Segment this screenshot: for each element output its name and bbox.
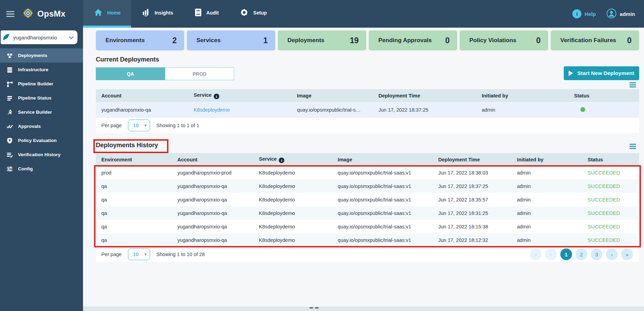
per-page-label: Per page: [101, 252, 122, 257]
col-account: Account: [172, 153, 254, 166]
sidebar-item-pipeline-status[interactable]: Pipeline Status: [0, 91, 83, 105]
environment-tabs-row: QA PROD Start New Deployment: [96, 66, 639, 80]
sidebar-item-pipeline-builder[interactable]: Pipeline Builder: [0, 77, 83, 91]
page-prev-button[interactable]: ‹: [545, 248, 557, 260]
sidebar-item-label: Approvals: [18, 124, 41, 129]
col-environment: Environment: [96, 153, 172, 166]
sidebar-item-deployments[interactable]: Deployments: [0, 48, 83, 63]
account-selector[interactable]: yugandharopsmxio: [1, 30, 77, 44]
pager: « ‹ 1 2 3 › »: [530, 248, 639, 260]
col-status: Status: [582, 153, 639, 166]
cell-initiated-by: admin: [512, 233, 582, 247]
cell-deployment-time: Jun 17, 2022 18:37:25: [373, 102, 476, 118]
card-verification-failures[interactable]: Verification Failures 0: [551, 30, 639, 50]
service-info-icon[interactable]: i: [214, 94, 219, 99]
page-2-button[interactable]: 2: [576, 248, 587, 260]
cell-service: K8sdeploydemo: [254, 206, 332, 220]
pipeline-status-icon: [6, 95, 13, 102]
help-button[interactable]: i Help: [572, 9, 596, 18]
page-next-button[interactable]: ›: [606, 248, 618, 260]
deployments-icon: [6, 52, 13, 59]
sidebar-item-service-builder[interactable]: Service Builder: [0, 105, 83, 119]
card-value: 19: [350, 36, 359, 45]
cell-status: SUCCEEDED: [582, 220, 639, 233]
card-pending-approvals[interactable]: Pending Approvals 0: [369, 30, 457, 50]
card-policy-violations[interactable]: Policy Violations 0: [460, 30, 548, 50]
table-row: qa yugandharopsmxio-qa K8sdeploydemo qua…: [96, 193, 639, 206]
table-row: qa yugandharopsmxio-qa K8sdeploydemo qua…: [96, 206, 639, 220]
verification-history-icon: [6, 151, 13, 158]
showing-text: Showing 1 to 1 of 1: [156, 123, 199, 128]
col-service: Servicei: [254, 153, 332, 166]
service-link[interactable]: K8sdeploydemo: [188, 102, 291, 118]
cell-status: SUCCEEDED: [582, 193, 639, 206]
col-deployment-time: Deployment Time: [373, 89, 476, 102]
user-menu[interactable]: admin: [606, 8, 635, 20]
cell-status: SUCCEEDED: [582, 206, 639, 220]
tab-setup[interactable]: Setup: [229, 0, 277, 28]
cutoff-section-strip: [83, 307, 644, 311]
card-value: 0: [445, 36, 450, 45]
service-info-icon[interactable]: i: [279, 158, 284, 163]
cell-service: K8sdeploydemo: [254, 179, 332, 193]
table-header-row: Account Servicei Image Deployment Time I…: [96, 89, 639, 102]
per-page-select[interactable]: 10: [128, 120, 150, 131]
cell-image: quay.io/opsmxpublic/trial-saas:v1: [332, 193, 433, 206]
tab-audit[interactable]: Audit: [184, 0, 229, 28]
approvals-double-check-icon: [6, 123, 13, 130]
cell-initiated-by: admin: [476, 102, 569, 118]
card-deployments[interactable]: Deployments 19: [278, 30, 366, 50]
tab-home[interactable]: Home: [83, 0, 131, 28]
history-pagination: Per page 10 ▼ Showing 1 to 10 of 28 « ‹ …: [96, 247, 639, 262]
per-page-select[interactable]: 10: [128, 248, 150, 260]
cell-account: yugandharopsmxio-qa: [172, 233, 254, 247]
service-builder-rocket-icon: [6, 109, 13, 116]
sidebar-item-verification-history[interactable]: Verification History: [0, 148, 83, 162]
page-last-button[interactable]: »: [621, 248, 633, 260]
play-icon: [569, 70, 573, 76]
start-button-label: Start New Deployment: [577, 70, 634, 76]
cell-deployment-time: Jun 17, 2022 18:31:25: [433, 206, 512, 220]
user-label: admin: [620, 11, 635, 17]
top-navbar: OpsMx Home Insights: [0, 0, 644, 28]
page-first-button[interactable]: «: [530, 248, 542, 260]
cell-initiated-by: admin: [512, 220, 582, 233]
config-sliders-icon: [6, 166, 13, 172]
col-status: Status: [569, 89, 639, 102]
page-1-button[interactable]: 1: [560, 248, 572, 260]
sidebar-item-infrastructure[interactable]: Infrastructure: [0, 63, 83, 77]
sidebar-item-label: Infrastructure: [18, 67, 48, 72]
col-image: Image: [332, 153, 433, 166]
cell-environment: qa: [96, 206, 172, 220]
tab-prod[interactable]: PROD: [165, 67, 234, 80]
tab-audit-label: Audit: [206, 10, 219, 16]
card-services[interactable]: Services 1: [187, 30, 275, 50]
hamburger-menu-icon[interactable]: [4, 9, 17, 19]
cell-deployment-time: Jun 17, 2022 18:12:32: [433, 233, 512, 247]
sidebar-item-approvals[interactable]: Approvals: [0, 119, 83, 133]
sidebar-item-label: Config: [18, 166, 33, 171]
cell-image: quay.io/opsmxpublic/trial-saas:v1: [332, 206, 433, 220]
current-table-menu-icon[interactable]: [628, 81, 637, 88]
user-avatar-icon: [606, 8, 617, 20]
cell-image: quay.io/opsmxpublic/trial-saas:v1: [332, 166, 433, 179]
sidebar-item-config[interactable]: Config: [0, 162, 83, 176]
policy-shield-icon: [6, 137, 13, 144]
history-table-menu-icon[interactable]: [628, 143, 637, 150]
page-3-button[interactable]: 3: [591, 248, 602, 260]
cell-service: K8sdeploydemo: [254, 220, 332, 233]
card-value: 1: [263, 36, 268, 45]
start-new-deployment-button[interactable]: Start New Deployment: [564, 66, 639, 80]
tab-insights[interactable]: Insights: [131, 0, 184, 28]
infrastructure-icon: [6, 66, 13, 73]
chevron-down-icon: [68, 35, 74, 40]
cell-account: yugandharopsmxio-prod: [172, 166, 254, 179]
card-environments[interactable]: Environments 2: [96, 30, 184, 50]
card-value: 0: [627, 36, 632, 45]
status-dot: [580, 107, 585, 112]
sidebar-item-policy-evaluation[interactable]: Policy Evaluation: [0, 133, 83, 148]
cell-service: K8sdeploydemo: [254, 193, 332, 206]
tab-qa[interactable]: QA: [96, 67, 165, 80]
cell-account: yugandharopsmxio-qa: [172, 220, 254, 233]
cell-initiated-by: admin: [512, 193, 582, 206]
